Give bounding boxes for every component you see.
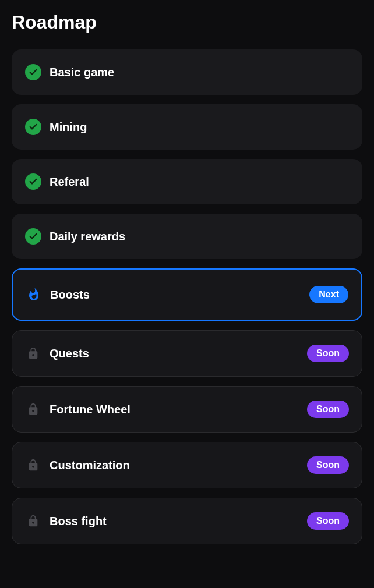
lock-icon [25, 401, 41, 417]
roadmap-item-boss-fight[interactable]: Boss fight Soon [12, 498, 362, 544]
roadmap-item-basic-game[interactable]: Basic game [12, 49, 362, 95]
item-label: Referal [50, 175, 349, 189]
check-icon [25, 119, 41, 135]
lock-icon [25, 457, 41, 473]
item-label: Daily rewards [50, 230, 349, 243]
item-label: Customization [50, 459, 299, 472]
roadmap-list: Basic game Mining Referal Daily rewards … [12, 49, 362, 544]
roadmap-item-referal[interactable]: Referal [12, 159, 362, 204]
check-icon [25, 228, 41, 245]
lock-icon [25, 345, 41, 362]
item-label: Quests [50, 347, 299, 360]
roadmap-item-fortune-wheel[interactable]: Fortune Wheel Soon [12, 386, 362, 433]
next-badge: Next [309, 286, 348, 303]
item-label: Fortune Wheel [50, 403, 299, 416]
soon-badge: Soon [307, 456, 349, 474]
lock-icon [25, 513, 41, 529]
check-icon [25, 64, 41, 80]
roadmap-item-daily-rewards[interactable]: Daily rewards [12, 214, 362, 259]
fire-icon [26, 286, 42, 303]
roadmap-item-mining[interactable]: Mining [12, 104, 362, 150]
item-label: Boosts [50, 288, 301, 302]
soon-badge: Soon [307, 512, 349, 530]
item-label: Boss fight [50, 515, 299, 528]
roadmap-item-customization[interactable]: Customization Soon [12, 442, 362, 488]
item-label: Basic game [50, 66, 349, 79]
soon-badge: Soon [307, 345, 349, 362]
roadmap-item-boosts[interactable]: Boosts Next [12, 268, 362, 321]
item-label: Mining [50, 121, 349, 134]
soon-badge: Soon [307, 401, 349, 418]
roadmap-item-quests[interactable]: Quests Soon [12, 330, 362, 377]
check-icon [25, 173, 41, 190]
page-title: Roadmap [12, 12, 362, 33]
